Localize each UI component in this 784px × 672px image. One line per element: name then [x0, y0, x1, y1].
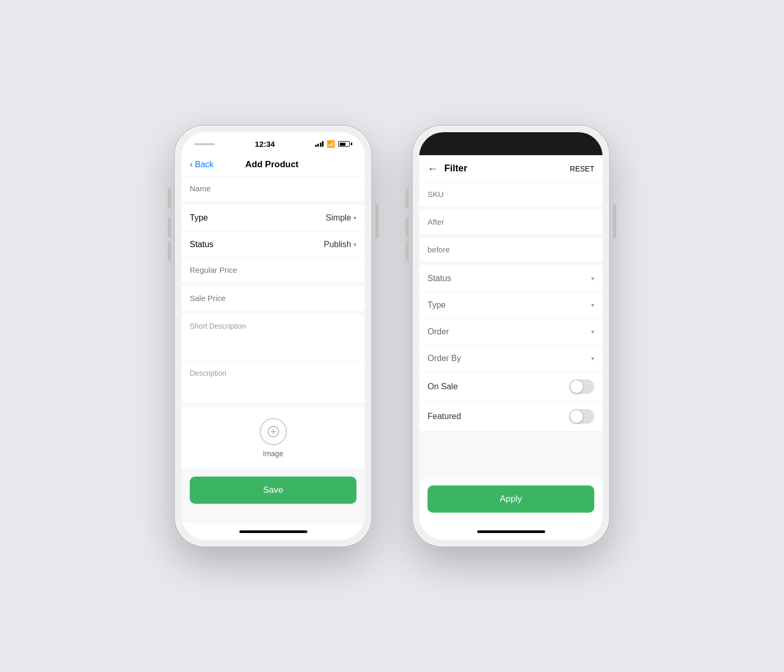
short-description-label: Short Description: [190, 322, 356, 330]
order-dropdown-row[interactable]: Order ▾: [419, 319, 603, 345]
order-by-filter-arrow-icon: ▾: [591, 355, 594, 362]
sku-input[interactable]: [428, 190, 594, 199]
sale-price-input[interactable]: [190, 294, 356, 303]
status-value-container: Publish ▾: [324, 240, 356, 249]
form-content: Type Simple ▾ Status Publish ▾: [181, 177, 365, 523]
page-title: Add Product: [188, 159, 356, 170]
save-button[interactable]: Save: [190, 477, 356, 504]
description-label: Description: [190, 369, 356, 377]
before-input[interactable]: [428, 245, 594, 254]
status-time: 12:34: [255, 140, 275, 148]
sku-field-group: [419, 182, 603, 207]
add-image-button[interactable]: [260, 418, 287, 445]
filter-content: Status ▾ Type ▾ Order ▾ Order By ▾: [419, 182, 603, 432]
phone-filter: ← Filter RESET: [413, 126, 609, 546]
type-row[interactable]: Type Simple ▾: [181, 205, 365, 231]
home-bar: [477, 530, 545, 533]
order-by-dropdown-row[interactable]: Order By ▾: [419, 345, 603, 372]
status-filter-arrow-icon: ▾: [591, 275, 594, 282]
sale-price-field[interactable]: [181, 286, 365, 310]
type-label: Type: [190, 213, 208, 223]
type-filter-label: Type: [428, 300, 446, 310]
plus-icon: [267, 425, 280, 438]
before-field-group: [419, 238, 603, 262]
sale-price-group: [181, 286, 365, 310]
signal-icon: [315, 141, 324, 147]
on-sale-toggle[interactable]: [569, 379, 594, 394]
type-value-container: Simple ▾: [326, 213, 356, 223]
order-by-filter-label: Order By: [428, 354, 461, 363]
on-sale-toggle-row: On Sale: [419, 372, 603, 402]
name-input[interactable]: [190, 184, 356, 193]
image-section: Image: [181, 408, 365, 468]
back-button[interactable]: ←: [428, 163, 438, 175]
description-field[interactable]: Description: [181, 362, 365, 403]
featured-toggle-row: Featured: [419, 402, 603, 432]
battery-icon: [338, 141, 352, 147]
apply-button[interactable]: Apply: [428, 485, 594, 513]
type-filter-arrow-icon: ▾: [591, 302, 594, 309]
status-value: Publish: [324, 240, 351, 249]
regular-price-input[interactable]: [190, 265, 356, 274]
filter-title: Filter: [444, 163, 570, 174]
name-field[interactable]: [181, 177, 365, 201]
status-dropdown-icon: ▾: [353, 241, 356, 248]
spacer: [419, 432, 603, 479]
featured-label: Featured: [428, 412, 461, 421]
status-label: Status: [190, 240, 213, 249]
status-icons: 📶: [315, 140, 353, 148]
type-dropdown-row[interactable]: Type ▾: [419, 292, 603, 319]
nav-header: ‹ Back Add Product: [181, 153, 365, 177]
order-filter-arrow-icon: ▾: [591, 328, 594, 335]
after-field-group: [419, 210, 603, 235]
regular-price-field[interactable]: [181, 258, 365, 282]
filter-header: ← Filter RESET: [419, 155, 603, 182]
status-row[interactable]: Status Publish ▾: [181, 231, 365, 258]
apply-btn-container: Apply: [419, 479, 603, 523]
short-description-field[interactable]: Short Description: [181, 315, 365, 362]
type-value: Simple: [326, 213, 351, 223]
before-field[interactable]: [419, 238, 603, 262]
wifi-icon: 📶: [327, 140, 335, 148]
on-sale-label: On Sale: [428, 382, 458, 391]
status-filter-label: Status: [428, 274, 451, 283]
reset-button[interactable]: RESET: [570, 165, 594, 173]
phone-add-product: 12:34 📶: [175, 126, 371, 546]
home-indicator: [181, 523, 365, 540]
home-indicator: [419, 523, 603, 540]
status-dropdown-row[interactable]: Status ▾: [419, 265, 603, 292]
after-input[interactable]: [428, 217, 594, 226]
type-dropdown-icon: ▾: [353, 214, 356, 222]
notch-bar: [419, 132, 603, 155]
sku-field[interactable]: [419, 182, 603, 207]
image-label: Image: [263, 449, 283, 458]
after-field[interactable]: [419, 210, 603, 235]
notch-cutout: [477, 132, 545, 148]
order-filter-label: Order: [428, 327, 449, 337]
featured-toggle[interactable]: [569, 409, 594, 424]
name-field-group: [181, 177, 365, 201]
regular-price-group: [181, 258, 365, 282]
home-bar: [239, 530, 307, 533]
status-bar: 12:34 📶: [181, 132, 365, 153]
